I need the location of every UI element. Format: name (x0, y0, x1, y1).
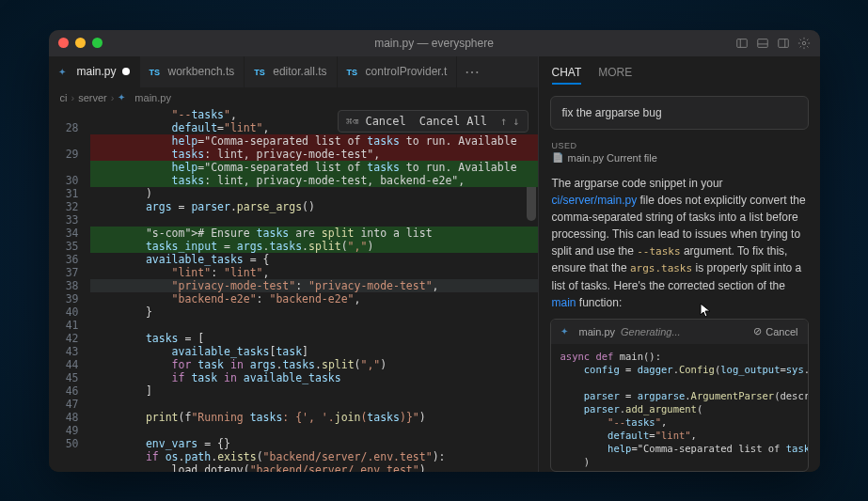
tab-more[interactable]: MORE (598, 66, 632, 85)
tab-control-provider[interactable]: controlProvider.t (338, 56, 458, 87)
panel-left-icon[interactable] (735, 37, 749, 50)
close-button[interactable] (58, 38, 69, 48)
snippet-status: Generating... (621, 326, 681, 337)
svg-rect-2 (757, 39, 767, 47)
titlebar-icons (735, 37, 811, 50)
chevron-right-icon: › (71, 92, 74, 103)
cancel-icon: ⊘ (753, 325, 762, 337)
tab-chat[interactable]: CHAT (552, 66, 582, 85)
inline-code: --tasks (637, 245, 680, 258)
python-icon (560, 325, 574, 338)
breadcrumb[interactable]: ci › server › main.py (49, 87, 538, 108)
breadcrumb-segment[interactable]: main.py (134, 92, 171, 103)
arrow-down-icon[interactable]: ↓ (513, 115, 519, 128)
file-link[interactable]: ci/server/main.py (552, 194, 638, 207)
breadcrumb-segment[interactable]: ci (60, 92, 68, 103)
tab-main-py[interactable]: main.py (49, 56, 140, 87)
traffic-lights (58, 38, 103, 48)
chat-query-box[interactable]: fix the argparse bug (550, 96, 809, 130)
snippet-filename: main.py (579, 326, 616, 337)
tab-label: editor.all.ts (273, 65, 326, 78)
editor-tabs: main.py workbench.ts editor.all.ts contr… (49, 56, 538, 87)
arrow-up-icon[interactable]: ↑ (500, 115, 507, 128)
snippet-header: main.py Generating... ⊘ Cancel (551, 320, 808, 344)
python-icon (118, 91, 131, 104)
panel-bottom-icon[interactable] (756, 37, 769, 50)
used-file-item[interactable]: main.py Current file (552, 152, 807, 164)
tab-editor-all[interactable]: editor.all.ts (245, 56, 337, 87)
chevron-right-icon: › (111, 92, 115, 103)
svg-rect-4 (778, 39, 788, 47)
inline-code: args.tasks (630, 262, 692, 274)
svg-rect-0 (736, 39, 747, 47)
inline-code[interactable]: main (552, 296, 576, 309)
svg-point-6 (802, 41, 806, 45)
titlebar: main.py — everysphere (49, 30, 820, 56)
python-icon (58, 65, 71, 78)
typescript-icon (150, 65, 163, 78)
minimize-button[interactable] (75, 38, 86, 48)
keyboard-shortcut: ⌘⌫ (346, 116, 358, 128)
cancel-all-button[interactable]: Cancel All (419, 115, 487, 128)
tab-label: workbench.ts (168, 65, 235, 78)
app-window: main.py — everysphere main.py workbench.… (49, 30, 820, 472)
editor-pane: main.py workbench.ts editor.all.ts contr… (49, 56, 538, 472)
tab-workbench[interactable]: workbench.ts (140, 56, 245, 87)
gear-icon[interactable] (797, 37, 811, 50)
cancel-button[interactable]: Cancel (365, 115, 405, 128)
more-tabs-icon[interactable]: ⋯ (457, 56, 487, 87)
inline-action-bar: ⌘⌫ Cancel Cancel All ↑ ↓ (338, 110, 529, 133)
typescript-icon (347, 65, 360, 78)
dirty-indicator-icon (122, 68, 130, 75)
typescript-icon (254, 65, 267, 78)
code-snippet: main.py Generating... ⊘ Cancel async def… (550, 319, 809, 472)
window-title: main.py — everysphere (374, 37, 494, 50)
tab-label: main.py (77, 65, 117, 78)
tab-label: controlProvider.t (366, 65, 448, 78)
chat-tabs: CHAT MORE (539, 56, 820, 92)
code-lines[interactable]: "--tasks", default="lint", help="Comma-s… (90, 108, 538, 472)
breadcrumb-segment[interactable]: server (78, 92, 107, 103)
code-editor[interactable]: ⌘⌫ Cancel Cancel All ↑ ↓ 282930313233343… (49, 108, 538, 472)
used-label: USED (552, 141, 807, 150)
snippet-cancel-button[interactable]: ⊘ Cancel (753, 325, 797, 337)
snippet-body[interactable]: async def main(): config = dagger.Config… (551, 344, 808, 472)
chat-response: The argparse code snippet in your ci/ser… (539, 171, 820, 319)
line-gutter: 2829303132333435363738394041424344454647… (49, 108, 90, 463)
panel-right-icon[interactable] (777, 37, 790, 50)
chat-panel: CHAT MORE fix the argparse bug USED main… (538, 56, 820, 472)
mouse-cursor-icon (700, 303, 713, 320)
maximize-button[interactable] (92, 38, 103, 48)
